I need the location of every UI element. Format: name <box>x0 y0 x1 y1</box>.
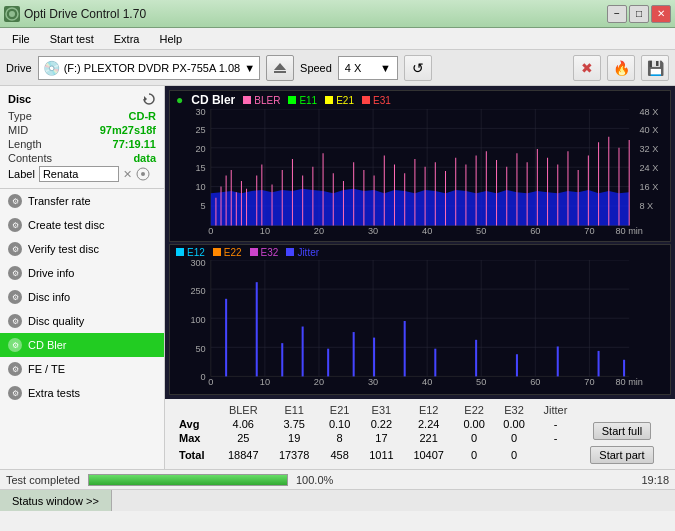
fe-te-icon: ⚙ <box>8 362 22 376</box>
svg-text:40 X: 40 X <box>639 124 658 135</box>
minimize-button[interactable]: − <box>607 5 627 23</box>
svg-text:50: 50 <box>476 225 486 236</box>
row-avg-jitter: - <box>534 417 577 431</box>
titlebar: Opti Drive Control 1.70 − □ ✕ <box>0 0 675 28</box>
col-header-e11: E11 <box>269 403 320 417</box>
menu-start-test[interactable]: Start test <box>42 31 102 47</box>
row-avg-e11: 3.75 <box>269 417 320 431</box>
col-header-jitter: Jitter <box>534 403 577 417</box>
svg-text:25: 25 <box>196 124 206 135</box>
status-text: Test completed <box>6 474 80 486</box>
verify-test-disc-label: Verify test disc <box>28 243 99 255</box>
col-header-e12: E12 <box>403 403 454 417</box>
main-layout: Disc Type CD-R MID 97m27s18f Length 77:1… <box>0 86 675 469</box>
disc-info-icon: ⚙ <box>8 290 22 304</box>
svg-text:30: 30 <box>368 225 378 236</box>
col-header-e31: E31 <box>360 403 404 417</box>
fe-te-label: FE / TE <box>28 363 65 375</box>
status-window-label: Status window >> <box>12 495 99 507</box>
status-window-button[interactable]: Status window >> <box>0 490 112 511</box>
sidebar-item-drive-info[interactable]: ⚙ Drive info <box>0 261 164 285</box>
window-title: Opti Drive Control 1.70 <box>24 7 146 21</box>
drive-icon: 💿 <box>43 60 60 76</box>
label-settings-icon[interactable] <box>136 167 150 181</box>
disc-quality-icon: ⚙ <box>8 314 22 328</box>
eject-button[interactable] <box>266 55 294 81</box>
refresh-button[interactable]: ↺ <box>404 55 432 81</box>
drive-select[interactable]: 💿 (F:) PLEXTOR DVDR PX-755A 1.08 ▼ <box>38 56 260 80</box>
col-header-e21: E21 <box>320 403 360 417</box>
close-button[interactable]: ✕ <box>651 5 671 23</box>
row-max-e32: 0 <box>494 431 534 445</box>
svg-text:50: 50 <box>476 375 486 386</box>
start-full-button[interactable]: Start full <box>593 422 651 440</box>
disc-header: Disc <box>8 92 156 106</box>
progress-percent: 100.0% <box>296 474 336 486</box>
row-avg-label: Avg <box>173 417 218 431</box>
row-total-bler: 18847 <box>218 445 269 465</box>
svg-text:80 min: 80 min <box>615 225 643 236</box>
extra-tests-label: Extra tests <box>28 387 80 399</box>
svg-text:80 min: 80 min <box>615 375 643 386</box>
col-header-btn1 <box>577 403 667 417</box>
progress-bar-container <box>88 474 288 486</box>
sidebar-item-disc-quality[interactable]: ⚙ Disc quality <box>0 309 164 333</box>
verify-test-disc-icon: ⚙ <box>8 242 22 256</box>
sidebar-item-create-test-disc[interactable]: ⚙ Create test disc <box>0 213 164 237</box>
cd-bler-label: CD Bler <box>28 339 67 351</box>
label-input[interactable] <box>39 166 119 182</box>
sidebar-item-extra-tests[interactable]: ⚙ Extra tests <box>0 381 164 405</box>
bottom-status: Status window >> <box>0 489 675 511</box>
menu-file[interactable]: File <box>4 31 38 47</box>
col-header-bler: BLER <box>218 403 269 417</box>
label-clear[interactable]: ✕ <box>123 168 132 181</box>
svg-text:70: 70 <box>584 375 594 386</box>
drive-info-icon: ⚙ <box>8 266 22 280</box>
app-icon <box>4 6 20 22</box>
svg-text:0: 0 <box>208 225 213 236</box>
svg-text:20: 20 <box>314 375 324 386</box>
disc-quality-label: Disc quality <box>28 315 84 327</box>
row-total-e32: 0 <box>494 445 534 465</box>
table-row-total: Total 18847 17378 458 1011 10407 0 0 Sta… <box>173 445 667 465</box>
svg-rect-3 <box>274 71 286 73</box>
transfer-rate-icon: ⚙ <box>8 194 22 208</box>
row-total-jitter <box>534 445 577 465</box>
maximize-button[interactable]: □ <box>629 5 649 23</box>
row-max-e12: 221 <box>403 431 454 445</box>
chart1-svg: 30 25 20 15 10 5 0 10 20 30 40 50 60 70 … <box>170 109 670 237</box>
svg-text:10: 10 <box>260 225 270 236</box>
extra-tests-icon: ⚙ <box>8 386 22 400</box>
row-avg-e21: 0.10 <box>320 417 360 431</box>
sidebar-item-disc-info[interactable]: ⚙ Disc info <box>0 285 164 309</box>
menu-help[interactable]: Help <box>151 31 190 47</box>
legend2-e32: E32 <box>250 247 279 258</box>
start-part-button[interactable]: Start part <box>590 446 653 464</box>
legend2-jitter: Jitter <box>286 247 319 258</box>
speed-select[interactable]: 4 X ▼ <box>338 56 398 80</box>
row-total-e12: 10407 <box>403 445 454 465</box>
svg-marker-4 <box>144 96 147 102</box>
disc-refresh-icon[interactable] <box>142 92 156 106</box>
row-avg-e12: 2.24 <box>403 417 454 431</box>
svg-text:30: 30 <box>196 109 206 117</box>
sidebar-item-cd-bler[interactable]: ⚙ CD Bler <box>0 333 164 357</box>
col-header-empty <box>173 403 218 417</box>
start-part-cell: Start part <box>577 445 667 465</box>
mid-value: 97m27s18f <box>100 124 156 136</box>
save-button[interactable]: 💾 <box>641 55 669 81</box>
chart-bler: ● CD Bler BLER E11 E21 <box>169 90 671 242</box>
drive-info-label: Drive info <box>28 267 74 279</box>
erase-button[interactable]: ✖ <box>573 55 601 81</box>
menu-extra[interactable]: Extra <box>106 31 148 47</box>
sidebar-item-verify-test-disc[interactable]: ⚙ Verify test disc <box>0 237 164 261</box>
label-label: Label <box>8 168 35 180</box>
legend-e11: E11 <box>288 95 317 106</box>
legend-e21: E21 <box>325 95 354 106</box>
sidebar-item-fe-te[interactable]: ⚙ FE / TE <box>0 357 164 381</box>
sidebar-item-transfer-rate[interactable]: ⚙ Transfer rate <box>0 189 164 213</box>
burn-button[interactable]: 🔥 <box>607 55 635 81</box>
disc-info-label: Disc info <box>28 291 70 303</box>
create-test-disc-label: Create test disc <box>28 219 104 231</box>
col-header-e22: E22 <box>454 403 494 417</box>
